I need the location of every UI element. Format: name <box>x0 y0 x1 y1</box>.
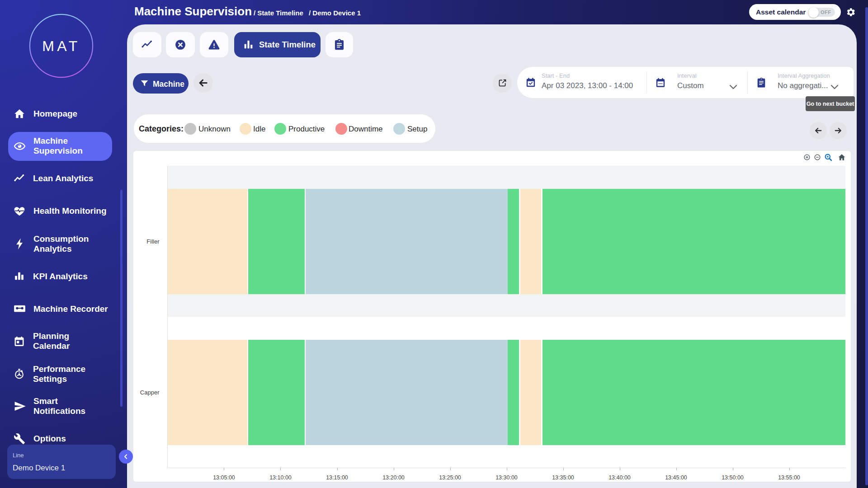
svg-text:MAT: MAT <box>42 38 80 54</box>
